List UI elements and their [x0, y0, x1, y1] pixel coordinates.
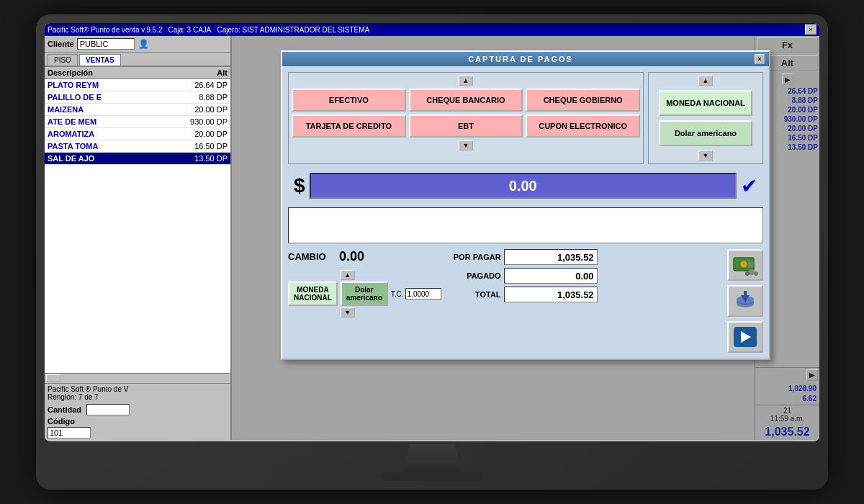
titlebar: Pacific Soft® Punto de venta v.9.5.2 Caj… — [45, 23, 819, 36]
product-name: SAL DE AJO — [48, 154, 194, 163]
svg-rect-2 — [734, 268, 754, 269]
list-item[interactable]: PLATO REYM 26.64 DP — [45, 79, 230, 91]
status-bar: Pacific Soft ® Punto de V Renglón: 7 de … — [45, 383, 230, 402]
modal-body: ▲ EFECTIVO CHEQUE BANCARIO CHEQUE GOBIER… — [282, 66, 769, 359]
cash-icon-button[interactable] — [727, 249, 763, 281]
amount-area: $ ✔ — [288, 170, 763, 202]
currency-up-arrow[interactable]: ▲ — [341, 270, 355, 280]
cantidad-label: Cantidad — [48, 405, 84, 414]
product-name: MAIZENA — [48, 105, 194, 114]
svg-point-5 — [754, 271, 758, 276]
dolar-americano-button[interactable]: Dolar americano — [659, 120, 752, 146]
list-item[interactable]: ATE DE MEM 930.00 DP — [45, 116, 230, 128]
tc-label: T.C. — [391, 290, 404, 298]
svg-rect-11 — [744, 291, 747, 298]
pagado-value: 0.00 — [504, 268, 598, 284]
cheque-bancario-button[interactable]: CHEQUE BANCARIO — [409, 89, 523, 112]
cupon-electronico-button[interactable]: CUPON ELECTRONICO — [526, 114, 640, 138]
cheque-gobierno-button[interactable]: CHEQUE GOBIERNO — [526, 89, 640, 112]
monitor: Pacific Soft® Punto de venta v.9.5.2 Caj… — [36, 14, 828, 490]
list-item[interactable]: MAIZENA 20.00 DP — [45, 104, 230, 116]
tc-section: T.C. — [391, 288, 441, 300]
notes-area[interactable] — [288, 207, 763, 243]
download-icon-button[interactable] — [727, 285, 763, 317]
caja-info: Caja: 3 CAJA — [168, 26, 212, 34]
total-label: TOTAL — [447, 290, 501, 299]
por-pagar-row: POR PAGAR 1,035.52 — [447, 249, 719, 265]
monitor-base — [382, 472, 482, 481]
amount-input[interactable] — [310, 173, 737, 199]
product-price: 20.00 DP — [194, 105, 228, 114]
client-row: Cliente 👤 — [45, 36, 230, 53]
select-dolar-button[interactable]: Dolar americano — [341, 282, 388, 306]
modal-title: CAPTURA DE PAGOS — [287, 55, 755, 63]
product-price: 8.88 DP — [199, 93, 228, 102]
close-button[interactable]: × — [805, 24, 816, 35]
cambio-value: 0.00 — [339, 249, 397, 264]
tab-ventas[interactable]: VENTAS — [79, 54, 121, 66]
totals-section: POR PAGAR 1,035.52 PAGADO 0.00 — [447, 249, 719, 302]
codigo-input[interactable] — [48, 427, 91, 438]
confirm-check-icon[interactable]: ✔ — [741, 174, 757, 198]
product-price: 20.00 DP — [194, 130, 228, 138]
client-label: Cliente — [48, 40, 74, 48]
modal-overlay: CAPTURA DE PAGOS × ▲ — [232, 36, 819, 440]
efectivo-button[interactable]: EFECTIVO — [292, 89, 406, 112]
cajero-info: Cajero: SIST ADMINISTRADOR DEL SISTEMA — [217, 26, 805, 34]
status-text: Pacific Soft ® Punto de V — [48, 385, 228, 393]
list-header: Descripción Alt — [45, 67, 230, 79]
list-item[interactable]: AROMATIZA 20.00 DP — [45, 128, 230, 140]
currency-selector: MONEDA NACIONAL ▲ Dolar americano ▼ — [288, 270, 441, 318]
tc-input[interactable] — [405, 288, 441, 300]
nav-top-row: ▲ — [292, 76, 640, 86]
modal-titlebar: CAPTURA DE PAGOS × — [282, 52, 769, 66]
pagado-row: PAGADO 0.00 — [447, 268, 719, 284]
cambio-row: CAMBIO 0.00 — [288, 249, 441, 264]
cantidad-row: Cantidad — [48, 404, 228, 415]
scroll-up-arrow[interactable]: ▲ — [459, 76, 473, 86]
cantidad-input[interactable] — [86, 404, 130, 415]
product-list: PLATO REYM 26.64 DP PALILLO DE E 8.88 DP… — [45, 79, 230, 373]
total-value: 1,035.52 — [504, 287, 598, 302]
tab-piso[interactable]: PISO — [48, 54, 78, 66]
header-alt: Alt — [217, 68, 228, 77]
client-icon: 👤 — [138, 38, 150, 50]
svg-point-4 — [749, 269, 755, 275]
product-price: 16.50 DP — [194, 142, 228, 150]
left-panel: Cliente 👤 PISO VENTAS Descripción Alt — [45, 36, 232, 440]
list-item[interactable]: PALILLO DE E 8.88 DP — [45, 91, 230, 104]
select-nacional-button[interactable]: MONEDA NACIONAL — [288, 282, 338, 306]
scrollbar[interactable] — [45, 373, 230, 383]
ebt-button[interactable]: EBT — [409, 114, 523, 138]
list-item[interactable]: SAL DE AJO 13.50 DP — [45, 153, 230, 165]
currency-down-arrow[interactable]: ▼ — [341, 307, 355, 318]
codigo-label: Código — [48, 417, 84, 426]
app-area: Cliente 👤 PISO VENTAS Descripción Alt — [45, 36, 819, 440]
dollar-sign: $ — [294, 174, 305, 197]
currency-scroll-up[interactable]: ▲ — [698, 76, 713, 86]
moneda-nacional-button[interactable]: MONEDA NACIONAL — [659, 90, 752, 116]
screen: Pacific Soft® Punto de venta v.9.5.2 Caj… — [45, 23, 819, 441]
modal-close-button[interactable]: × — [755, 54, 765, 64]
client-input[interactable] — [77, 38, 135, 50]
currency-scroll-down[interactable]: ▼ — [698, 150, 713, 161]
product-price: 930.00 DP — [190, 117, 228, 126]
list-item[interactable]: PASTA TOMA 16.50 DP — [45, 140, 230, 153]
codigo-value-row — [48, 427, 228, 438]
scroll-down-arrow[interactable]: ▼ — [459, 140, 473, 150]
app-title: Pacific Soft® Punto de venta v.9.5.2 — [48, 26, 163, 34]
codigo-row: Código — [48, 417, 228, 426]
svg-point-6 — [745, 271, 750, 276]
product-name: PASTA TOMA — [48, 142, 194, 150]
svg-rect-3 — [748, 262, 755, 267]
bottom-summary: CAMBIO 0.00 MONEDA NACIONAL ▲ Dolar amer… — [288, 249, 763, 353]
product-name: AROMATIZA — [48, 130, 194, 138]
forward-icon-button[interactable] — [727, 321, 763, 353]
captura-pagos-modal: CAPTURA DE PAGOS × ▲ — [281, 50, 770, 360]
tarjeta-credito-button[interactable]: TARJETA DE CREDITO — [292, 114, 406, 138]
renglón-text: Renglón: 7 de 7 — [48, 393, 228, 401]
svg-point-1 — [740, 261, 747, 268]
tabs-row: PISO VENTAS — [45, 53, 230, 67]
monitor-stand — [403, 444, 461, 472]
product-price: 26.64 DP — [194, 81, 228, 89]
